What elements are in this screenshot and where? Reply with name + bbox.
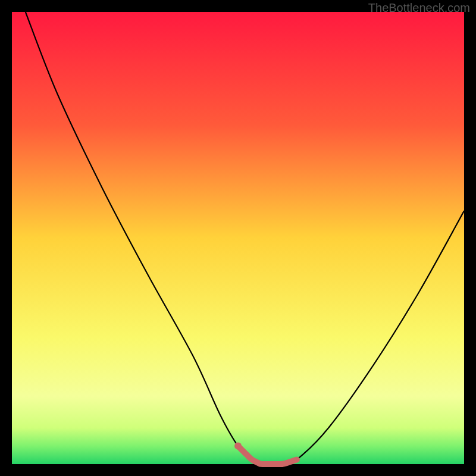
flat-region-marker bbox=[238, 446, 297, 464]
chart-frame: TheBottleneck.com bbox=[0, 0, 476, 476]
attribution-text: TheBottleneck.com bbox=[368, 1, 470, 15]
curve-layer bbox=[12, 12, 464, 464]
plot-area bbox=[12, 12, 464, 464]
flat-region-start-dot bbox=[234, 443, 242, 450]
bottleneck-curve bbox=[26, 12, 464, 465]
